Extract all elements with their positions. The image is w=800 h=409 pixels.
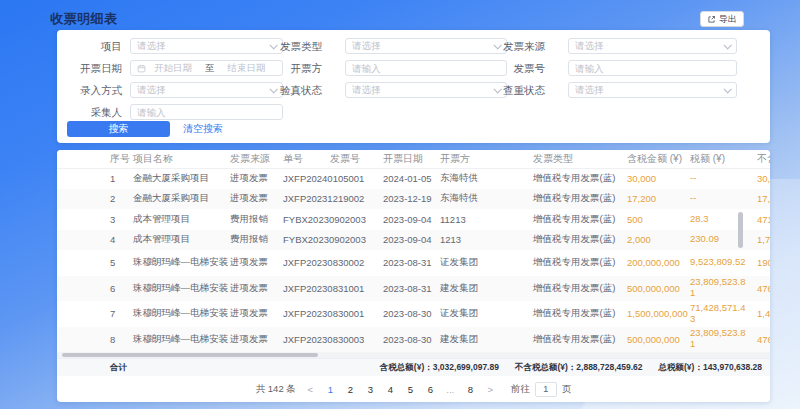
table-row: 5珠穆朗玛峰—电梯安装进项发票JXFP202308300022023-08-31… <box>57 250 770 276</box>
table-row: 7珠穆朗玛峰—电梯安装进项发票JXFP202308300012023-08-30… <box>57 301 770 327</box>
column-header: 发票号 <box>330 150 380 168</box>
column-header: 项目名称 <box>133 150 229 168</box>
table-cell: 6 <box>110 276 132 302</box>
pagination-page-5[interactable]: 5 <box>405 384 416 395</box>
select-placeholder: 请选择 <box>575 84 604 97</box>
pagination-prev-button[interactable]: < <box>305 384 316 395</box>
text-input[interactable] <box>137 107 276 118</box>
table-cell: 2,000 <box>627 230 693 251</box>
table-cell: 建发集团 <box>440 276 532 302</box>
column-header: 开票日期 <box>383 150 441 168</box>
filter-label: 验真状态 <box>257 82 322 98</box>
table-cell: 1,428,571,428.57 <box>757 301 770 327</box>
column-header: 序号 <box>110 150 132 168</box>
filter-label: 录入方式 <box>57 82 122 98</box>
table-row: 2金融大厦采购项目进项发票JXFP202312190022023-12-19东海… <box>57 189 770 210</box>
calendar-icon <box>137 64 146 73</box>
column-header: 含税金额 (¥) <box>627 150 693 168</box>
invoice-table-panel: 序号项目名称发票来源单号发票号开票日期开票方发票类型含税金额 (¥)税额 (¥)… <box>57 150 770 402</box>
export-icon <box>707 15 716 24</box>
filter-label: 发票来源 <box>480 38 545 54</box>
summary-totals: 含税总额(¥)：3,032,699,097.89 不含税总额(¥)：2,888,… <box>380 362 762 374</box>
select-placeholder: 请选择 <box>575 40 604 53</box>
table-cell: 200,000,000 <box>627 250 693 276</box>
table-cell: 珠穆朗玛峰—电梯安装 <box>133 327 229 353</box>
select-placeholder: 请选择 <box>352 40 381 53</box>
clear-search-link[interactable]: 清空搜索 <box>183 121 223 137</box>
table-cell: 1213 <box>440 230 532 251</box>
column-header: 不含税金额 (¥) <box>757 150 770 168</box>
total-without-tax: 不含税总额(¥)：2,888,728,459.62 <box>515 362 643 374</box>
select-placeholder: 请选择 <box>137 40 166 53</box>
page-title: 收票明细表 <box>50 10 118 28</box>
table-cell: 2023-12-19 <box>383 189 441 210</box>
text-input[interactable] <box>352 63 500 74</box>
table-cell: 证发集团 <box>440 250 532 276</box>
table-cell: 1 <box>110 168 132 189</box>
table-cell: 珠穆朗玛峰—电梯安装 <box>133 250 229 276</box>
pagination-page-1[interactable]: 1 <box>325 384 336 395</box>
table-cell <box>330 301 380 327</box>
table-cell: 费用报销 <box>230 230 282 251</box>
table-cell: 珠穆朗玛峰—电梯安装 <box>133 301 229 327</box>
table-cell: 1,500,000,000 <box>627 301 693 327</box>
table-cell: 增值税专用发票(蓝) <box>533 189 627 210</box>
table-row: 4成本管理项目费用报销FYBX202309020032023-09-041213… <box>57 230 770 251</box>
pagination-pages: <123456...8> <box>305 384 496 395</box>
select-placeholder: 请选择 <box>137 84 166 97</box>
table-cell: 7 <box>110 301 132 327</box>
pagination-page-6[interactable]: 6 <box>425 384 436 395</box>
column-header: 开票方 <box>440 150 532 168</box>
pagination-page-2[interactable]: 2 <box>345 384 356 395</box>
table-cell: 进项发票 <box>230 250 282 276</box>
horizontal-scrollbar-thumb[interactable] <box>62 353 318 357</box>
pagination-page-8[interactable]: 8 <box>465 384 476 395</box>
filter-label: 开票方 <box>257 60 322 76</box>
table-cell: 3 <box>110 209 132 230</box>
table-cell <box>330 168 380 189</box>
pagination-page-3[interactable]: 3 <box>365 384 376 395</box>
table-cell: 9,523,809.52 <box>690 250 748 276</box>
table-cell: 30,000 <box>757 168 770 189</box>
goto-page-input[interactable] <box>535 382 557 397</box>
table-cell: 476,190,476.19 <box>757 327 770 353</box>
vertical-scrollbar-thumb[interactable] <box>738 212 743 248</box>
table-cell: 成本管理项目 <box>133 230 229 251</box>
date-separator: 至 <box>205 62 215 75</box>
table-cell: 证发集团 <box>440 301 532 327</box>
goto-label: 前往 <box>511 383 530 396</box>
filter-input[interactable] <box>130 104 283 120</box>
table-cell: 增值税专用发票(蓝) <box>533 276 627 302</box>
table-row: 6珠穆朗玛峰—电梯安装进项发票JXFP202308310012023-08-31… <box>57 276 770 302</box>
summary-total-label: 合计 <box>110 362 127 374</box>
table-cell: 500,000,000 <box>627 327 693 353</box>
filter-label: 项目 <box>57 38 122 54</box>
table-cell: 金融大厦采购项目 <box>133 168 229 189</box>
table-cell: 2023-08-31 <box>383 276 441 302</box>
table-cell <box>330 276 380 302</box>
search-button[interactable]: 搜索 <box>67 121 170 137</box>
column-header: 税额 (¥) <box>690 150 748 168</box>
filter-select[interactable]: 请选择 <box>568 82 737 98</box>
table-cell: 500,000,000 <box>627 276 693 302</box>
goto-unit-label: 页 <box>562 383 572 396</box>
pagination-next-button[interactable]: > <box>485 384 496 395</box>
table-cell: 2023-08-30 <box>383 301 441 327</box>
text-input[interactable] <box>575 63 730 74</box>
table-cell: 1,769.91 <box>757 230 770 251</box>
start-date-placeholder: 开始日期 <box>154 62 192 75</box>
table-cell: 2023-08-31 <box>383 250 441 276</box>
table-cell: 471.7 <box>757 209 770 230</box>
filter-select[interactable]: 请选择 <box>568 38 737 54</box>
table-cell: 2 <box>110 189 132 210</box>
filter-input[interactable] <box>568 60 737 76</box>
export-button[interactable]: 导出 <box>700 11 744 27</box>
export-button-label: 导出 <box>719 13 737 26</box>
table-cell: 进项发票 <box>230 189 282 210</box>
table-cell: 4 <box>110 230 132 251</box>
select-placeholder: 请选择 <box>352 84 381 97</box>
pagination-page-4[interactable]: 4 <box>385 384 396 395</box>
table-cell: 476,190,476.19 <box>757 276 770 302</box>
table-cell <box>330 209 380 230</box>
table-cell: 2023-09-04 <box>383 230 441 251</box>
